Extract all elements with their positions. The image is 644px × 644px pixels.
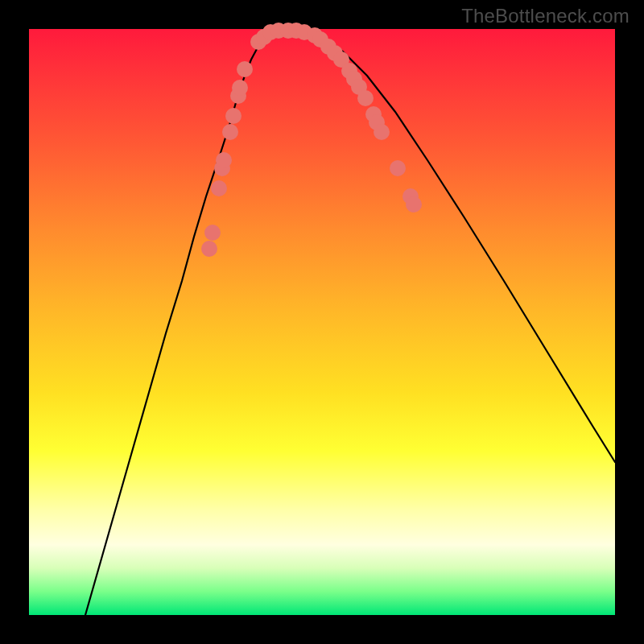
chart-frame: TheBottleneck.com	[0, 0, 644, 644]
chart-svg	[29, 29, 615, 615]
data-marker	[204, 225, 221, 241]
v-curve	[85, 29, 615, 615]
data-marker	[406, 196, 422, 213]
data-marker	[237, 61, 253, 77]
data-marker	[222, 124, 238, 140]
data-marker	[357, 90, 374, 106]
data-marker	[211, 180, 227, 196]
plot-area	[29, 29, 615, 615]
data-marker	[390, 160, 406, 176]
data-marker	[201, 241, 217, 257]
data-marker	[216, 152, 232, 168]
data-marker	[225, 108, 242, 124]
data-marker	[232, 80, 248, 96]
data-markers	[201, 23, 422, 257]
watermark-text: TheBottleneck.com	[461, 5, 630, 27]
data-marker	[374, 124, 390, 140]
